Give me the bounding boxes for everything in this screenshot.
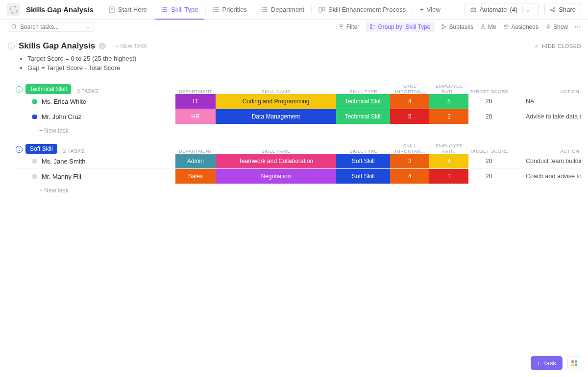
subtasks-button[interactable]: Subtasks	[441, 24, 473, 30]
status-indicator[interactable]	[32, 99, 37, 104]
cell-skilltype[interactable]: Soft Skill	[336, 169, 390, 184]
tab-label: Skill Enhancement Process	[328, 6, 406, 13]
cell-rating[interactable]: 4	[429, 154, 468, 168]
cell-department[interactable]: Sales	[175, 169, 216, 184]
share-label: Share	[559, 6, 576, 13]
new-task-row-button[interactable]: + New task	[16, 124, 581, 134]
cell-importance[interactable]: 5	[390, 109, 429, 124]
col-header-rating[interactable]: EMPLOYEE RATI...	[430, 83, 469, 94]
cell-target[interactable]: 20	[468, 109, 509, 124]
cell-importance[interactable]: 3	[390, 154, 429, 168]
table-row[interactable]: Mr. Manny Fill Sales Negotiation Soft Sk…	[16, 169, 581, 184]
me-button[interactable]: Me	[480, 24, 496, 30]
cell-action[interactable]: Coach and advise to take negotiation sem…	[509, 169, 581, 184]
assignees-button[interactable]: Assignees	[503, 24, 539, 30]
tab-priorities[interactable]: Priorities	[207, 0, 253, 19]
chevron-down-icon[interactable]: ⌄	[86, 24, 90, 29]
add-view-button[interactable]: + View	[414, 6, 446, 13]
col-header-target[interactable]: TARGET SCORE	[469, 148, 510, 154]
cell-importance[interactable]: 4	[390, 94, 429, 109]
svg-point-8	[162, 11, 163, 12]
robot-icon	[470, 6, 477, 13]
svg-rect-37	[370, 24, 372, 26]
cell-skilltype[interactable]: Technical Skill	[336, 94, 390, 109]
table-row[interactable]: Ms. Jane Smith Admin Teamwork and Collab…	[16, 154, 581, 169]
cell-skillname[interactable]: Data Management	[216, 109, 336, 124]
tab-skill-type[interactable]: Skill Type	[155, 0, 204, 19]
status-indicator[interactable]	[32, 159, 37, 164]
chevron-down-icon[interactable]: ⌄	[522, 6, 533, 13]
cell-department[interactable]: IT	[175, 94, 216, 109]
share-button[interactable]: Share	[544, 3, 581, 16]
search-input-wrapper[interactable]: ⌄	[7, 22, 94, 32]
cell-target[interactable]: 20	[468, 154, 509, 168]
plus-icon: +	[420, 6, 424, 13]
group-toggle[interactable]: ⌄	[16, 146, 23, 153]
groupby-label: Group by: Skill Type	[378, 24, 430, 30]
svg-point-20	[262, 11, 263, 12]
new-task-row-button[interactable]: + New task	[16, 184, 581, 194]
svg-point-7	[162, 9, 163, 10]
col-header-action[interactable]: ACTION	[510, 89, 581, 94]
show-button[interactable]: Show	[545, 24, 568, 30]
col-header-skilltype[interactable]: SKILL TYPE	[337, 148, 391, 154]
col-header-department[interactable]: DEPARTMENT	[175, 89, 216, 94]
group-pill[interactable]: Soft Skill	[25, 144, 57, 154]
group-toggle[interactable]: ⌄	[16, 86, 23, 93]
groupby-button[interactable]: Group by: Skill Type	[366, 22, 434, 32]
filter-button[interactable]: Filter	[339, 24, 360, 30]
col-header-skilltype[interactable]: SKILL TYPE	[337, 89, 391, 94]
cell-skilltype[interactable]: Technical Skill	[336, 109, 390, 124]
group-pill[interactable]: Technical Skill	[25, 84, 71, 94]
col-header-importance[interactable]: SKILL IMPORTAN...	[391, 83, 430, 94]
svg-point-47	[504, 25, 506, 27]
cell-action[interactable]: Advise to take data management online co…	[509, 109, 581, 124]
workspace-logo[interactable]	[7, 3, 20, 16]
svg-point-32	[12, 24, 16, 28]
col-header-rating[interactable]: EMPLOYEE RATI...	[430, 143, 469, 154]
col-header-skillname[interactable]: SKILL NAME	[216, 148, 337, 154]
cell-action[interactable]: Conduct team building activities.	[509, 154, 581, 168]
info-icon[interactable]: i	[99, 43, 106, 49]
cell-target[interactable]: 20	[468, 94, 509, 109]
task-name: Ms. Jane Smith	[42, 158, 86, 165]
hide-closed-label: HIDE CLOSED	[542, 43, 581, 49]
cell-skillname[interactable]: Negotiation	[216, 169, 336, 184]
svg-point-19	[262, 9, 263, 10]
tab-department[interactable]: Department	[255, 0, 310, 19]
cell-target[interactable]: 20	[468, 169, 509, 184]
cell-skilltype[interactable]: Soft Skill	[336, 154, 390, 168]
col-header-target[interactable]: TARGET SCORE	[469, 89, 510, 94]
more-button[interactable]: ···	[575, 24, 581, 30]
hide-closed-button[interactable]: ✓ HIDE CLOSED	[535, 43, 581, 49]
cell-rating[interactable]: 5	[429, 94, 468, 109]
col-header-action[interactable]: ACTION	[510, 148, 581, 154]
tab-skill-enhancement[interactable]: Skill Enhancement Process	[313, 0, 412, 19]
table-row[interactable]: Ms. Erica White IT Coding and Programmin…	[16, 94, 581, 109]
tab-start-here[interactable]: Start Here	[102, 0, 153, 19]
cell-skillname[interactable]: Teamwork and Collaboration	[216, 154, 336, 168]
search-input[interactable]	[17, 24, 90, 30]
collapse-toggle[interactable]: ⌄	[8, 43, 15, 49]
status-indicator[interactable]	[32, 174, 37, 179]
subtasks-icon	[441, 24, 447, 29]
status-indicator[interactable]	[32, 115, 37, 119]
svg-rect-21	[319, 7, 321, 12]
automate-button[interactable]: Automate (4) ⌄	[465, 3, 539, 16]
col-header-skillname[interactable]: SKILL NAME	[216, 89, 337, 94]
tab-label: Priorities	[222, 6, 247, 13]
col-header-importance[interactable]: SKILL IMPORTAN...	[391, 143, 430, 154]
svg-point-48	[507, 25, 508, 26]
cell-rating[interactable]: 2	[429, 109, 468, 124]
cell-importance[interactable]: 4	[390, 169, 429, 184]
new-task-header-button[interactable]: + NEW TASK	[116, 44, 147, 49]
table-row[interactable]: Mr. John Cruz HR Data Management Technic…	[16, 109, 581, 124]
cell-action[interactable]: NA	[509, 94, 581, 109]
task-name: Mr. John Cruz	[42, 113, 81, 120]
check-icon: ✓	[535, 43, 539, 49]
cell-rating[interactable]: 1	[429, 169, 468, 184]
cell-skillname[interactable]: Coding and Programming	[216, 94, 336, 109]
cell-department[interactable]: HR	[175, 109, 216, 124]
col-header-department[interactable]: DEPARTMENT	[175, 148, 216, 154]
cell-department[interactable]: Admin	[175, 154, 216, 168]
